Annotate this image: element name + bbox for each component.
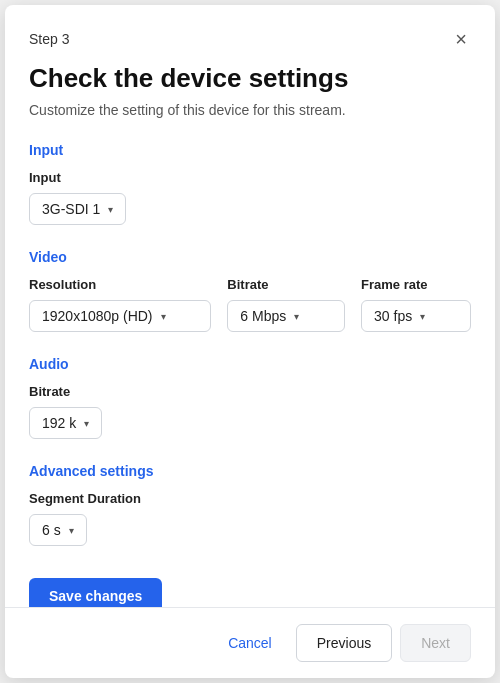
resolution-label: Resolution <box>29 277 211 292</box>
advanced-section: Advanced settings Segment Duration 6 s ▾ <box>29 463 471 546</box>
audio-bitrate-label: Bitrate <box>29 384 471 399</box>
audio-bitrate-select[interactable]: 192 k ▾ <box>29 407 102 439</box>
chevron-down-icon: ▾ <box>69 525 74 536</box>
frame-rate-select[interactable]: 30 fps ▾ <box>361 300 471 332</box>
segment-duration-select-value: 6 s <box>42 522 61 538</box>
cancel-button[interactable]: Cancel <box>212 625 288 661</box>
chevron-down-icon: ▾ <box>161 311 166 322</box>
audio-bitrate-select-value: 192 k <box>42 415 76 431</box>
modal-footer: Cancel Previous Next <box>5 607 495 678</box>
input-select-value: 3G-SDI 1 <box>42 201 100 217</box>
chevron-down-icon: ▾ <box>420 311 425 322</box>
video-bitrate-select-value: 6 Mbps <box>240 308 286 324</box>
page-subtitle: Customize the setting of this device for… <box>29 102 471 118</box>
video-bitrate-field: Bitrate 6 Mbps ▾ <box>227 277 345 332</box>
previous-button[interactable]: Previous <box>296 624 392 662</box>
modal-body: Check the device settings Customize the … <box>5 63 495 607</box>
next-button[interactable]: Next <box>400 624 471 662</box>
video-bitrate-select[interactable]: 6 Mbps ▾ <box>227 300 345 332</box>
audio-section: Audio Bitrate 192 k ▾ <box>29 356 471 439</box>
advanced-section-title: Advanced settings <box>29 463 471 479</box>
video-section: Video Resolution 1920x1080p (HD) ▾ Bitra… <box>29 249 471 332</box>
input-section-title: Input <box>29 142 471 158</box>
video-bitrate-label: Bitrate <box>227 277 345 292</box>
page-title: Check the device settings <box>29 63 471 94</box>
segment-duration-label: Segment Duration <box>29 491 471 506</box>
video-section-title: Video <box>29 249 471 265</box>
frame-rate-field: Frame rate 30 fps ▾ <box>361 277 471 332</box>
resolution-field: Resolution 1920x1080p (HD) ▾ <box>29 277 211 332</box>
frame-rate-select-value: 30 fps <box>374 308 412 324</box>
modal-container: Step 3 × Check the device settings Custo… <box>5 5 495 678</box>
chevron-down-icon: ▾ <box>108 204 113 215</box>
frame-rate-label: Frame rate <box>361 277 471 292</box>
segment-duration-select[interactable]: 6 s ▾ <box>29 514 87 546</box>
video-grid: Resolution 1920x1080p (HD) ▾ Bitrate 6 M… <box>29 277 471 332</box>
resolution-select-value: 1920x1080p (HD) <box>42 308 153 324</box>
chevron-down-icon: ▾ <box>294 311 299 322</box>
input-section: Input Input 3G-SDI 1 ▾ <box>29 142 471 225</box>
chevron-down-icon: ▾ <box>84 418 89 429</box>
audio-section-title: Audio <box>29 356 471 372</box>
input-select[interactable]: 3G-SDI 1 ▾ <box>29 193 126 225</box>
step-label: Step 3 <box>29 31 69 47</box>
input-field-label: Input <box>29 170 471 185</box>
save-changes-button[interactable]: Save changes <box>29 578 162 607</box>
resolution-select[interactable]: 1920x1080p (HD) ▾ <box>29 300 211 332</box>
close-button[interactable]: × <box>451 27 471 51</box>
modal-header: Step 3 × <box>5 5 495 63</box>
